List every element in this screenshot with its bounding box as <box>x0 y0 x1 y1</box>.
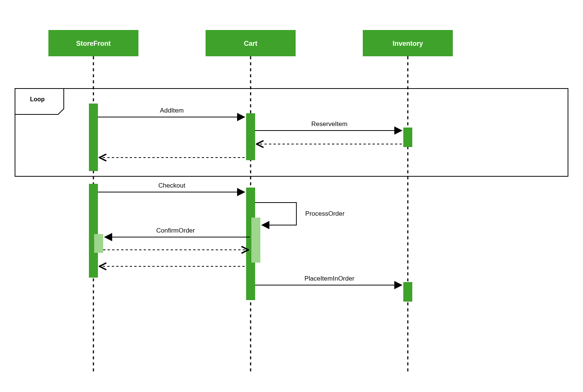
participant-storefront: StoreFront <box>48 30 138 56</box>
message-placeiteminorder-label: PlaceItemInOrder <box>304 275 355 282</box>
message-processorder-label: ProcessOrder <box>305 210 345 217</box>
message-checkout-label: Checkout <box>158 182 185 189</box>
participant-storefront-label: StoreFront <box>76 40 111 47</box>
participant-inventory: Inventory <box>363 30 453 56</box>
svg-rect-3 <box>15 89 568 176</box>
message-processorder <box>255 203 296 225</box>
activation-storefront-nested <box>94 234 103 253</box>
activation-cart-nested <box>251 218 260 263</box>
loop-label: Loop <box>30 96 45 102</box>
activation-storefront-1 <box>89 104 98 171</box>
message-reserveitem-label: ReserveItem <box>311 120 347 128</box>
participant-cart: Cart <box>206 30 296 56</box>
message-confirmorder-label: ConfirmOrder <box>156 227 195 234</box>
sequence-diagram: StoreFront Cart Inventory Loop AddItem R… <box>0 0 583 392</box>
participant-inventory-label: Inventory <box>392 40 423 47</box>
activation-inventory-2 <box>403 282 412 302</box>
message-additem-label: AddItem <box>160 107 183 114</box>
participant-cart-label: Cart <box>244 40 257 47</box>
activation-cart-1 <box>246 113 255 160</box>
activation-storefront-2 <box>89 184 98 278</box>
loop-fragment: Loop <box>15 89 568 176</box>
activation-inventory-1 <box>403 128 412 147</box>
